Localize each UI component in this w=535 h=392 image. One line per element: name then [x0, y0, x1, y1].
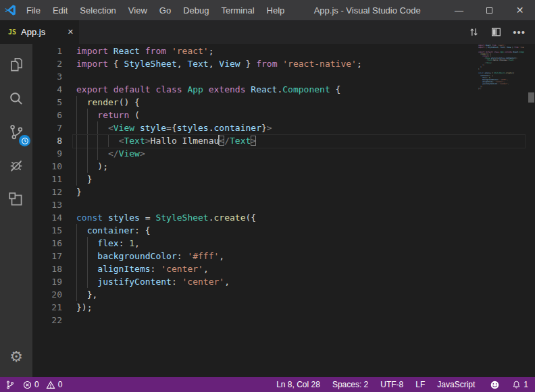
minimize-icon[interactable]: — [444, 0, 474, 20]
line-number[interactable]: 2 [32, 57, 76, 70]
line-number[interactable]: 6 [32, 109, 76, 121]
line-number[interactable]: 13 [32, 198, 76, 211]
notification-count: 1 [524, 380, 528, 389]
line-number[interactable]: 8 [32, 134, 76, 147]
minimap-line-22 [478, 90, 524, 92]
status-bar-right: Ln 8, Col 28Spaces: 2UTF-8LFJavaScript 1 [276, 380, 528, 390]
menu-go[interactable]: Go [153, 0, 177, 20]
menu-debug[interactable]: Debug [177, 0, 215, 20]
menu-bar: FileEditSelectionViewGoDebugTerminalHelp [20, 0, 290, 20]
code-line-13[interactable]: 13 [32, 198, 526, 211]
code-line-19[interactable]: 19 justifyContent: 'center', [32, 275, 526, 288]
tab-bar: JS App.js ✕ ••• [0, 20, 535, 44]
code-line-2[interactable]: 2import { StyleSheet, Text, View } from … [32, 57, 526, 70]
editor-lines: 1import React from 'react';2import { Sty… [32, 45, 526, 327]
line-number[interactable]: 15 [32, 224, 76, 237]
maximize-icon[interactable] [474, 0, 505, 20]
editor-actions: ••• [468, 20, 535, 44]
code-line-3[interactable]: 3 [32, 70, 526, 83]
line-number[interactable]: 19 [32, 275, 76, 288]
code-editor[interactable]: 1import React from 'react';2import { Sty… [32, 44, 535, 377]
status-encoding[interactable]: UTF-8 [380, 380, 403, 389]
feedback-smiley-icon[interactable] [490, 380, 500, 390]
tab-label: App.js [21, 27, 45, 37]
search-icon[interactable] [0, 82, 32, 115]
menu-help[interactable]: Help [261, 0, 291, 20]
code-line-11[interactable]: 11 } [32, 173, 526, 186]
line-number[interactable]: 21 [32, 301, 76, 314]
code-line-14[interactable]: 14const styles = StyleSheet.create({ [32, 211, 526, 224]
line-number[interactable]: 12 [32, 186, 76, 198]
close-icon[interactable]: ✕ [505, 0, 535, 20]
window-title: App.js - Visual Studio Code [290, 5, 444, 16]
menu-edit[interactable]: Edit [47, 0, 74, 20]
status-indentation[interactable]: Spaces: 2 [332, 380, 368, 389]
code-line-17[interactable]: 17 backgroundColor: '#fff', [32, 250, 526, 262]
tab-appjs[interactable]: JS App.js ✕ [0, 20, 79, 44]
error-count: 0 [34, 380, 39, 389]
line-number[interactable]: 5 [32, 96, 76, 109]
menu-file[interactable]: File [20, 0, 47, 20]
menu-selection[interactable]: Selection [74, 0, 122, 20]
line-number[interactable]: 16 [32, 237, 76, 250]
status-cursor-position[interactable]: Ln 8, Col 28 [276, 380, 320, 389]
line-number[interactable]: 10 [32, 160, 76, 173]
manage-gear-icon[interactable]: ⚙ [0, 343, 32, 370]
warning-count: 0 [58, 380, 63, 389]
line-number[interactable]: 3 [32, 70, 76, 83]
source-control-icon[interactable] [0, 115, 32, 149]
line-number[interactable]: 18 [32, 262, 76, 275]
code-line-7[interactable]: 7 <View style={styles.container}> [32, 121, 526, 134]
tab-close-icon[interactable]: ✕ [68, 28, 74, 36]
sync-clock-badge [19, 135, 30, 146]
menu-terminal[interactable]: Terminal [215, 0, 260, 20]
split-editor-icon[interactable] [490, 26, 502, 38]
status-bar: 0 0 Ln 8, Col 28Spaces: 2UTF-8LFJavaScri… [0, 377, 535, 392]
javascript-file-icon: JS [8, 28, 16, 36]
line-number[interactable]: 11 [32, 173, 76, 186]
code-line-16[interactable]: 16 flex: 1, [32, 237, 526, 250]
open-changes-icon[interactable] [468, 26, 480, 38]
status-eol[interactable]: LF [415, 380, 425, 389]
line-number[interactable]: 4 [32, 83, 76, 96]
line-number[interactable]: 1 [32, 45, 76, 57]
more-actions-icon[interactable]: ••• [513, 26, 526, 38]
line-number[interactable]: 22 [32, 314, 76, 327]
code-line-21[interactable]: 21}); [32, 301, 526, 314]
warnings-icon [46, 381, 55, 389]
code-line-1[interactable]: 1import React from 'react'; [32, 45, 526, 57]
status-language-mode[interactable]: JavaScript [437, 380, 475, 389]
git-branch-status[interactable] [5, 380, 15, 390]
code-line-18[interactable]: 18 alignItems: 'center', [32, 262, 526, 275]
line-number[interactable]: 20 [32, 288, 76, 301]
bell-icon [512, 380, 521, 389]
code-line-22[interactable]: 22 [32, 314, 526, 327]
explorer-icon[interactable] [0, 48, 32, 82]
window-controls: — ✕ [444, 0, 535, 20]
line-number[interactable]: 14 [32, 211, 76, 224]
overview-cursor-marker [528, 92, 534, 103]
activity-bar: ⚙ [0, 44, 32, 377]
notifications-status[interactable]: 1 [512, 380, 528, 389]
workbench: ⚙ 1import React from 'react';2import { S… [0, 44, 535, 377]
debug-icon[interactable] [0, 149, 32, 183]
code-line-4[interactable]: 4export default class App extends React.… [32, 83, 526, 96]
code-line-8[interactable]: 8 <Text>Hallo Ilmenau</Text> [32, 134, 526, 147]
extensions-icon[interactable] [0, 183, 32, 217]
vscode-logo-icon [0, 4, 20, 16]
line-number[interactable]: 9 [32, 147, 76, 160]
minimap[interactable]: import React from 'react';import { Style… [478, 45, 524, 92]
code-line-5[interactable]: 5 render() { [32, 96, 526, 109]
code-line-9[interactable]: 9 </View> [32, 147, 526, 160]
title-bar: FileEditSelectionViewGoDebugTerminalHelp… [0, 0, 535, 20]
code-line-12[interactable]: 12} [32, 186, 526, 198]
code-line-20[interactable]: 20 }, [32, 288, 526, 301]
line-number[interactable]: 7 [32, 121, 76, 134]
problems-status[interactable]: 0 0 [23, 380, 62, 389]
menu-view[interactable]: View [122, 0, 153, 20]
code-line-6[interactable]: 6 return ( [32, 109, 526, 121]
code-line-15[interactable]: 15 container: { [32, 224, 526, 237]
code-line-10[interactable]: 10 ); [32, 160, 526, 173]
line-number[interactable]: 17 [32, 250, 76, 262]
overview-ruler[interactable] [526, 44, 535, 377]
